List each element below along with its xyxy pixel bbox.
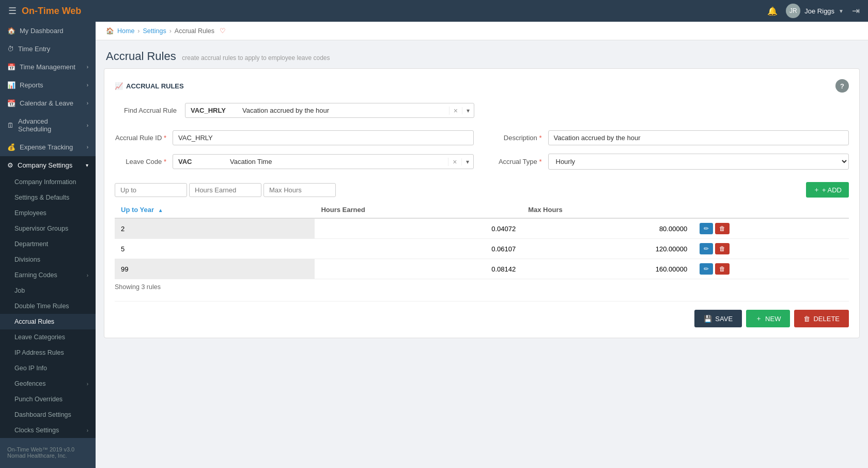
brand-on: On-Time: [22, 6, 59, 16]
col-hours-earned[interactable]: Hours Earned: [315, 202, 522, 218]
edit-row-button[interactable]: ✏: [700, 223, 713, 234]
leave-code-dropdown-icon[interactable]: ▾: [461, 158, 473, 165]
sidebar-item-supervisor-groups[interactable]: Supervisor Groups: [0, 221, 96, 236]
sidebar-item-calendar-leave[interactable]: 📆 Calendar & Leave ›: [0, 94, 96, 112]
sidebar-item-label: Advanced Scheduling: [18, 117, 83, 133]
card-header: 📈 ACCRUAL RULES ?: [115, 79, 849, 93]
form-row-2: Leave Code * VAC Vacation Time × ▾: [115, 154, 849, 170]
chevron-right-icon: ›: [87, 82, 88, 88]
sidebar-item-advanced-scheduling[interactable]: 🗓 Advanced Scheduling ›: [0, 112, 96, 138]
help-button[interactable]: ?: [835, 79, 849, 93]
sidebar-item-leave-categories[interactable]: Leave Categories: [0, 329, 96, 345]
sidebar-item-expense-tracking[interactable]: 💰 Expense Tracking ›: [0, 138, 96, 156]
sidebar-item-dashboard-settings[interactable]: Dashboard Settings: [0, 407, 96, 422]
max-hours-input[interactable]: [264, 183, 336, 197]
form-row-1: Accrual Rule ID * Description *: [115, 130, 849, 145]
table-inputs-row: ＋ + ADD: [115, 182, 849, 198]
accrual-rule-id-input[interactable]: [173, 130, 474, 145]
sidebar-item-time-entry[interactable]: ⏱ Time Entry: [0, 40, 96, 58]
edit-row-button[interactable]: ✏: [700, 243, 713, 254]
col-up-to-year[interactable]: Up to Year ▲: [115, 202, 315, 218]
showing-text: Showing 3 rules: [115, 283, 849, 291]
add-button[interactable]: ＋ + ADD: [806, 182, 849, 198]
breadcrumb-sep2: ›: [169, 27, 172, 35]
breadcrumb-settings[interactable]: Settings: [143, 27, 166, 35]
clocks-chevron: ›: [87, 428, 88, 433]
sidebar-item-company-information[interactable]: Company Information: [0, 174, 96, 190]
favorite-icon[interactable]: ♡: [220, 27, 226, 35]
sidebar-item-label: Company Settings: [18, 161, 72, 169]
company-settings-submenu: Company Information Settings & Defaults …: [0, 174, 96, 438]
new-button[interactable]: ＋ NEW: [746, 310, 790, 327]
expense-icon: 💰: [7, 143, 16, 151]
breadcrumb: 🏠 Home › Settings › Accrual Rules ♡: [96, 22, 868, 40]
bell-icon[interactable]: 🔔: [767, 6, 778, 16]
chevron-right-icon: ›: [87, 64, 88, 70]
delete-row-button[interactable]: 🗑: [715, 243, 730, 254]
sidebar-item-ip-address-rules[interactable]: IP Address Rules: [0, 345, 96, 360]
avatar: JR: [786, 4, 800, 18]
save-button[interactable]: 💾 SAVE: [694, 310, 742, 327]
plus-icon: ＋: [813, 185, 820, 194]
col-max-hours[interactable]: Max Hours: [522, 202, 693, 218]
sidebar-item-double-time-rules[interactable]: Double Time Rules: [0, 298, 96, 314]
sidebar-item-reports[interactable]: 📊 Reports ›: [0, 76, 96, 94]
chevron-right-icon: ›: [87, 100, 88, 106]
find-rule-description: Vacation accrued by the hour: [242, 107, 329, 114]
hamburger-icon[interactable]: ☰: [8, 5, 17, 17]
cell-up-to-year: 2: [115, 218, 315, 239]
sidebar-item-geo-ip-info[interactable]: Geo IP Info: [0, 360, 96, 376]
up-to-year-input[interactable]: [115, 183, 187, 197]
cell-max-hours: 80.00000: [522, 218, 693, 239]
breadcrumb-sep1: ›: [137, 27, 140, 35]
user-menu[interactable]: JR Joe Riggs ▼: [786, 4, 844, 18]
accrual-type-group: Accrual Type * Hourly Annual Monthly: [490, 154, 849, 170]
sidebar-item-job[interactable]: Job: [0, 283, 96, 298]
required-marker-3: *: [164, 158, 166, 165]
sidebar-item-label: My Dashboard: [20, 27, 64, 35]
plus-new-icon: ＋: [755, 314, 762, 323]
description-input[interactable]: [548, 130, 849, 145]
sidebar-item-employees[interactable]: Employees: [0, 205, 96, 221]
leave-code-clear-icon[interactable]: ×: [448, 158, 461, 166]
logout-icon[interactable]: ⇥: [852, 5, 860, 17]
breadcrumb-home[interactable]: Home: [117, 27, 134, 35]
home-icon: 🏠: [106, 27, 114, 35]
chevron-right-icon: ›: [87, 144, 88, 150]
breadcrumb-current: Accrual Rules: [175, 27, 214, 35]
accrual-type-label: Accrual Type *: [490, 158, 542, 165]
delete-row-button[interactable]: 🗑: [715, 263, 730, 275]
sidebar-item-punch-overrides[interactable]: Punch Overrides: [0, 391, 96, 407]
leave-code-select[interactable]: VAC Vacation Time × ▾: [173, 154, 474, 169]
description-group: Description *: [490, 130, 849, 145]
find-accrual-rule-select[interactable]: VAC_HRLY Vacation accrued by the hour × …: [185, 103, 474, 118]
reports-icon: 📊: [7, 81, 16, 89]
edit-row-button[interactable]: ✏: [700, 263, 713, 275]
page-subtitle: create accrual rules to apply to employe…: [182, 54, 330, 62]
sidebar-item-time-management[interactable]: 📅 Time Management ›: [0, 58, 96, 76]
top-nav: ☰ On-Time Web 🔔 JR Joe Riggs ▼ ⇥: [0, 0, 868, 22]
sidebar-item-label: Time Management: [20, 63, 75, 71]
delete-button[interactable]: 🗑 DELETE: [794, 310, 849, 327]
accrual-type-select[interactable]: Hourly Annual Monthly: [548, 154, 849, 170]
sidebar-item-clocks-settings[interactable]: Clocks Settings ›: [0, 422, 96, 438]
table-row: 990.08142160.00000 ✏ 🗑: [115, 259, 849, 279]
top-nav-right: 🔔 JR Joe Riggs ▼ ⇥: [767, 4, 860, 18]
sidebar-item-divisions[interactable]: Divisions: [0, 252, 96, 267]
sidebar-item-geofences[interactable]: Geofences ›: [0, 376, 96, 391]
find-rule-clear-icon[interactable]: ×: [449, 107, 462, 115]
sidebar-item-earning-codes[interactable]: Earning Codes ›: [0, 267, 96, 283]
sidebar-item-label: Expense Tracking: [20, 143, 73, 151]
brand: ☰ On-Time Web: [8, 5, 81, 17]
card-footer: 💾 SAVE ＋ NEW 🗑 DELETE: [115, 301, 849, 327]
sidebar-item-department[interactable]: Department: [0, 236, 96, 252]
find-rule-dropdown-icon[interactable]: ▾: [462, 107, 474, 114]
delete-row-button[interactable]: 🗑: [715, 223, 730, 234]
sidebar-item-company-settings[interactable]: ⚙ Company Settings ▾: [0, 156, 96, 174]
hours-earned-input[interactable]: [189, 183, 261, 197]
sidebar-item-accrual-rules[interactable]: Accrual Rules: [0, 314, 96, 329]
find-rule-label: Find Accrual Rule: [115, 107, 177, 114]
cell-actions: ✏ 🗑: [693, 259, 849, 279]
sidebar-item-my-dashboard[interactable]: 🏠 My Dashboard: [0, 22, 96, 40]
sidebar-item-settings-defaults[interactable]: Settings & Defaults: [0, 190, 96, 205]
